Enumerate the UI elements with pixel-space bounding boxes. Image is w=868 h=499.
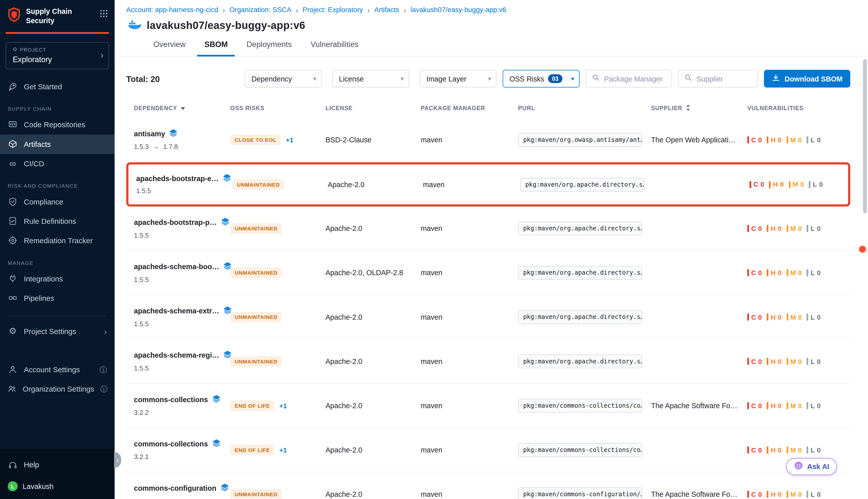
license: BSD-2-Clause [325,136,372,144]
vuln-medium: M 0 [787,490,802,498]
package-manager-input[interactable] [604,74,666,83]
vuln-letter: H [771,313,776,321]
vuln-severity-bar [807,447,808,454]
sidebar-item-ci-cd[interactable]: ∞ CI/CD [0,154,115,173]
vuln-severity-bar [807,225,808,232]
tab-sbom[interactable]: SBOM [195,40,237,56]
vuln-critical: C 0 [747,136,762,144]
dependency-name: apacheds-schema-regi… [134,351,219,360]
sidebar-item-pipelines[interactable]: Pipelines [0,289,115,308]
sidebar-item-rule-definitions[interactable]: Rule Definitions [0,211,115,231]
ask-ai-label: Ask AI [807,463,829,471]
breadcrumb-link[interactable]: Account: app-harness-ng-cicd [126,6,218,14]
column-supplier[interactable]: SUPPLIER [643,104,740,112]
sidebar-section-label: SUPPLY CHAIN [0,96,115,115]
vuln-count: 0 [817,269,821,277]
vuln-low: L 0 [807,357,820,365]
sidebar-item-remediation-tracker[interactable]: Remediation Tracker [0,231,115,250]
artifacts-icon [8,140,18,149]
oss-risks-count-badge: 03 [548,74,563,83]
sidebar-item-help[interactable]: Help [0,455,115,475]
tab-deployments[interactable]: Deployments [237,40,301,56]
vuln-count: 0 [798,313,802,321]
app-title: Supply Chain Security [26,7,72,26]
column-dependency[interactable]: DEPENDENCY [126,105,223,111]
table-row[interactable]: apacheds-bootstrap-p… 1.5.5 UNMAINTAINED… [126,207,850,251]
more-risks-link[interactable]: +1 [279,402,287,410]
vuln-letter: L [811,490,815,498]
table-row[interactable]: apacheds-schema-regi… 1.5.5 UNMAINTAINED… [126,340,850,384]
breadcrumb-link[interactable]: Artifacts [374,6,399,14]
vuln-count: 0 [758,313,762,321]
filter-label: Image Layer [426,74,466,83]
vuln-severity-bar [767,358,769,365]
vuln-severity-bar [767,447,769,454]
headset-icon [8,461,18,469]
filter-dependency[interactable]: Dependency ▾ [245,70,322,87]
project-selector[interactable]: PROJECT Exploratory › [5,42,109,69]
chevron-down-icon: ▾ [401,75,404,82]
sidebar-item-compliance[interactable]: Compliance [0,192,115,211]
more-risks-link[interactable]: +1 [279,446,287,454]
supplier-search[interactable] [678,70,758,87]
sidebar-item-label: Pipelines [24,294,54,302]
tab-vulnerabilities[interactable]: Vulnerabilities [301,40,368,56]
table-row[interactable]: apacheds-schema-extr… 1.5.5 UNMAINTAINED… [126,295,850,340]
vuln-count: 0 [758,269,762,277]
more-risks-link[interactable]: +1 [286,136,293,144]
resource-center-dot[interactable] [859,246,866,253]
vuln-medium: M 0 [787,357,802,365]
table-row[interactable]: commons-collections 3.2.1 END OF LIFE+1 … [126,428,850,472]
dependency-version: 1.5.3 [134,143,149,150]
layers-icon [169,129,177,138]
vuln-count: 0 [817,357,821,365]
oss-risks-cell: UNMAINTAINED [223,223,318,234]
table-row[interactable]: antisamy 1.5.3 → 1.7.8 CLOSE TO EOL+1 BS… [126,118,850,162]
tab-overview[interactable]: Overview [144,40,195,56]
scrollbar-thumb[interactable] [863,59,867,213]
sidebar-item-code-repositories[interactable]: Code Repositories [0,115,115,135]
sidebar-item-artifacts[interactable]: Artifacts [0,135,115,154]
project-selector-label: PROJECT [20,47,46,52]
table-row[interactable]: commons-configuration UNMAINTAINED Apach… [126,472,850,499]
vuln-count: 0 [798,446,802,454]
sidebar-item-get-started[interactable]: Get Started [0,77,115,96]
breadcrumb-link[interactable]: lavakush07/easy-buggy-app:v6 [411,6,506,14]
column-package-manager[interactable]: PACKAGE MANAGER [413,105,511,111]
info-icon[interactable]: ⓘ [100,366,107,373]
package-manager: maven [421,224,442,233]
vuln-medium: M 0 [787,402,802,410]
filter-image-layer[interactable]: Image Layer ▾ [420,70,496,87]
vuln-severity-bar [767,402,769,410]
filter-oss-risks[interactable]: OSS Risks 03 ▾ [503,70,580,87]
user-menu[interactable]: L Lavakush [0,475,115,491]
filter-license[interactable]: License ▾ [332,70,409,87]
vuln-critical: C 0 [747,446,762,454]
download-sbom-button[interactable]: Download SBOM [764,70,850,87]
breadcrumb-link[interactable]: Project: Exploratory [303,6,363,14]
table-row[interactable]: commons-collections 3.2.2 END OF LIFE+1 … [126,384,850,428]
table-row[interactable]: apacheds-bootstrap-e… 1.5.5 UNMAINTAINED… [126,162,850,207]
column-license[interactable]: LICENSE [318,105,413,111]
column-vulnerabilities[interactable]: VULNERABILITIES [740,105,851,111]
sidebar-item-account-settings[interactable]: Account Settingsⓘ [0,360,115,379]
column-purl[interactable]: PURL [511,105,643,111]
sidebar-item-organization-settings[interactable]: Organization Settingsⓘ [0,379,115,399]
sidebar-item-integrations[interactable]: Integrations [0,269,115,289]
module-color-bar [5,32,109,34]
table-row[interactable]: apacheds-schema-boo… 1.5.5 UNMAINTAINED … [126,251,850,295]
rule-definitions-icon [8,217,18,226]
column-oss-risks[interactable]: OSS RISKS [223,105,318,111]
sort-icon [685,104,690,112]
vuln-critical: C 0 [747,224,762,232]
breadcrumb-link[interactable]: Organization: SSCA [229,6,291,14]
module-switcher-grid-icon[interactable] [100,9,108,20]
vuln-letter: H [771,446,776,454]
info-icon[interactable]: ⓘ [100,385,108,393]
download-sbom-label: Download SBOM [784,74,843,83]
docker-whale-icon [126,19,141,32]
package-manager-search[interactable] [586,70,672,87]
ask-ai-button[interactable]: Ask AI [786,458,837,475]
sidebar-item-project-settings[interactable]: ⚙ Project Settings› [0,322,115,341]
supplier-input[interactable] [696,74,752,83]
